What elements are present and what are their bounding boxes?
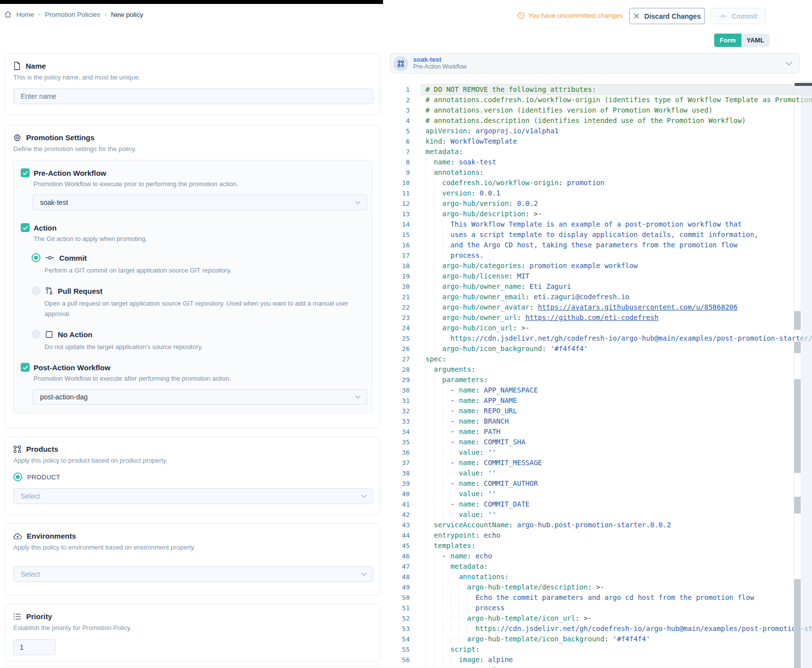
line-number: 25: [387, 333, 421, 344]
product-select[interactable]: Select: [13, 488, 373, 504]
code-line: 10 codefresh.io/workflow-origin: promoti…: [387, 178, 812, 188]
action-option-description: Open a pull request on target applicatio…: [44, 298, 365, 319]
name-section-description: This is the policy name, and must be uni…: [13, 74, 372, 81]
code-text: argo-hub/owner_url: https://github.com/e…: [421, 313, 812, 323]
code-text: argo-hub/owner_avatar: https://avatars.g…: [421, 302, 812, 313]
code-text: argo-hub/description: >-: [421, 209, 812, 219]
breadcrumb-new-policy: New policy: [111, 11, 143, 18]
line-number: 2: [387, 95, 421, 105]
discard-changes-button[interactable]: Discard Changes: [629, 8, 705, 24]
code-line: 44 entrypoint: echo: [387, 530, 812, 541]
code-line: 26 argo-hub/icon_background: '#f4f4f4': [387, 344, 812, 354]
code-line: 40 value: '': [387, 489, 812, 499]
chevron-down-icon: [361, 572, 367, 576]
tab-yaml[interactable]: YAML: [741, 34, 770, 47]
code-line: 7metadata:: [387, 147, 812, 157]
product-radio[interactable]: [13, 472, 22, 481]
code-text: process: [421, 603, 812, 613]
line-number: 55: [387, 644, 421, 655]
post-action-checkbox[interactable]: [21, 363, 30, 372]
environments-section: Environments Apply this policy to enviro…: [5, 523, 381, 596]
code-text: source: |: [421, 665, 812, 668]
code-line: 14 This Workflow Template is an example …: [387, 219, 812, 230]
products-diagram-icon: [13, 445, 21, 453]
code-line: 48 annotations:: [387, 572, 812, 582]
line-number: 24: [387, 323, 421, 333]
environment-select-placeholder: Select: [21, 570, 40, 578]
line-number: 10: [387, 178, 421, 188]
environment-select[interactable]: Select: [13, 566, 373, 582]
scrollbar-decoration: [794, 379, 801, 473]
code-text: argo-hub/icon_url: >-: [421, 323, 812, 333]
breadcrumb-promotion-policies[interactable]: Promotion Policies: [45, 11, 100, 18]
code-line: 25 https://cdn.jsdelivr.net/gh/codefresh…: [387, 333, 812, 344]
action-radio-pull-request[interactable]: [32, 286, 40, 295]
pre-action-workflow-select[interactable]: soak-test: [33, 195, 367, 210]
code-line: 17 process.: [387, 250, 812, 261]
line-number: 3: [387, 105, 421, 116]
code-line: 32 - name: REPO_URL: [387, 406, 812, 416]
action-radio-no-action[interactable]: [32, 330, 40, 339]
no-action-icon: [45, 331, 53, 338]
next-section-partial: [5, 666, 381, 668]
ordered-list-icon: [13, 613, 21, 620]
code-text: kind: WorkflowTemplate: [421, 136, 812, 147]
action-description: The Git action to apply when promoting.: [34, 235, 365, 242]
code-line: 4# annotations.description (identifies i…: [387, 116, 812, 126]
yaml-code-editor[interactable]: 1# DO NOT REMOVE the following attribute…: [387, 80, 812, 668]
line-number: 9: [387, 167, 421, 178]
code-text: image: alpine: [421, 655, 812, 665]
line-number: 21: [387, 292, 421, 302]
policy-name-input[interactable]: [13, 88, 373, 104]
code-text: entrypoint: echo: [421, 530, 812, 541]
action-option-description: Do not update the target application's s…: [44, 342, 365, 352]
breadcrumb-home[interactable]: Home: [16, 11, 34, 18]
action-checkbox[interactable]: [21, 223, 30, 232]
code-text: # annotations.version (identifies versio…: [421, 105, 812, 116]
code-line: 9 annotations:: [387, 167, 812, 178]
code-text: - name: BRANCH: [421, 416, 812, 427]
commit-button[interactable]: Commit: [711, 8, 766, 24]
line-number: 7: [387, 147, 421, 157]
home-icon[interactable]: [4, 10, 12, 18]
code-line: 38 value: '': [387, 468, 812, 478]
code-text: version: 0.0.1: [421, 188, 812, 198]
scrollbar-decoration: [794, 342, 801, 353]
line-number: 31: [387, 395, 421, 406]
code-line: 39 - name: COMMIT_AUTHOR: [387, 478, 812, 489]
priority-input[interactable]: [13, 639, 56, 655]
line-number: 34: [387, 427, 421, 437]
code-line: 36 value: '': [387, 447, 812, 458]
code-text: value: '': [421, 468, 812, 478]
code-text: value: '': [421, 510, 812, 520]
post-action-workflow-value: post-action-dag: [40, 393, 88, 401]
workflow-selector-header[interactable]: soak-test Pre-Action Workflow: [390, 53, 800, 74]
code-text: - name: APP_NAMESPACE: [421, 385, 812, 395]
code-line: 52 argo-hub-template/icon_url: >-: [387, 613, 812, 624]
line-number: 32: [387, 406, 421, 416]
code-line: 5apiVersion: argoproj.io/v1alpha1: [387, 126, 812, 136]
action-radio-commit[interactable]: [32, 253, 40, 262]
chevron-down-icon: [355, 395, 361, 399]
code-text: process.: [421, 250, 812, 261]
editor-scrollbar-thumb[interactable]: [795, 83, 812, 86]
code-text: codefresh.io/workflow-origin: promotion: [421, 178, 812, 188]
post-action-workflow-select[interactable]: post-action-dag: [33, 389, 367, 405]
form-yaml-toggle: Form YAML: [714, 34, 770, 47]
line-number: 36: [387, 447, 421, 458]
code-line: 50 Echo the commit parameters and argo c…: [387, 592, 812, 603]
action-option-label: No Action: [58, 330, 92, 339]
action-label: Action: [34, 224, 57, 232]
line-number: 1: [387, 84, 421, 95]
pre-action-checkbox[interactable]: [21, 168, 30, 177]
line-number: 15: [387, 230, 421, 240]
line-number: 8: [387, 157, 421, 167]
code-text: https://cdn.jsdelivr.net/gh/codefresh-io…: [421, 624, 812, 634]
action-option-row: Pull Request: [32, 286, 365, 295]
line-number: 29: [387, 375, 421, 385]
code-text: value: '': [421, 447, 812, 458]
code-text: argo-hub-template/icon_url: >-: [421, 613, 812, 624]
warning-text: You have uncommitted changes: [528, 12, 623, 19]
tab-form[interactable]: Form: [714, 34, 741, 47]
scrollbar-decoration: [794, 579, 801, 668]
